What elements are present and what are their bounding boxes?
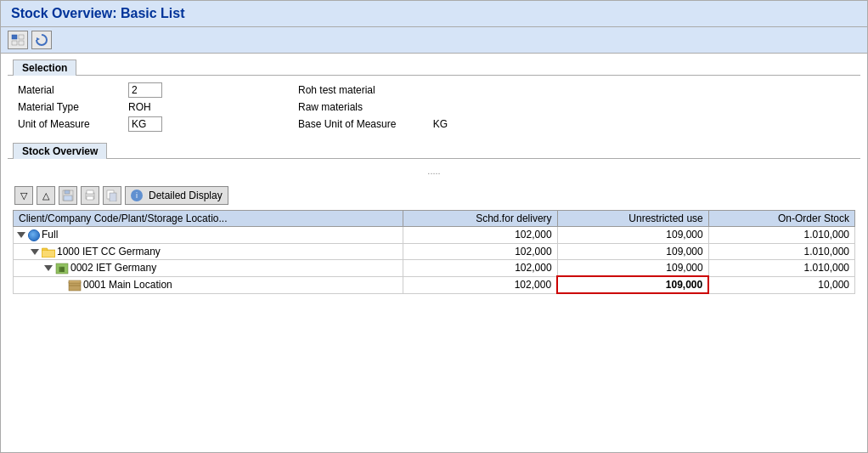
svg-rect-6: [65, 190, 70, 194]
table-header-row: Client/Company Code/Plant/Storage Locati…: [14, 211, 855, 227]
svg-rect-10: [87, 196, 93, 200]
material-value: 2: [125, 81, 295, 99]
stock-overview-tab: Stock Overview: [13, 143, 107, 159]
location-cell-3: 0001 Main Location: [14, 276, 403, 293]
material-row: Material 2 Roh test material: [14, 81, 854, 99]
main-toolbar: [1, 27, 867, 54]
schd-cell-0: 102,000: [403, 227, 557, 244]
detailed-display-button[interactable]: i Detailed Display: [125, 186, 228, 205]
schd-cell-2: 102,000: [403, 259, 557, 276]
detailed-display-icon: i: [131, 190, 143, 201]
col-location-header: Client/Company Code/Plant/Storage Locati…: [14, 211, 403, 227]
title-bar: Stock Overview: Basic List: [1, 1, 867, 27]
col-unrestricted-header: Unrestricted use: [557, 211, 708, 227]
svg-rect-14: [42, 248, 48, 251]
table-toolbar: ▽ △: [13, 183, 855, 208]
location-text: 1000 IET CC Germany: [57, 246, 161, 258]
table-row: 1000 IET CC Germany102,000109,0001.010,0…: [14, 243, 855, 259]
svg-marker-4: [37, 37, 40, 41]
material-type-row: Material Type ROH Raw materials: [14, 99, 854, 115]
selection-content: Material 2 Roh test material Material Ty…: [8, 75, 860, 139]
svg-rect-0: [12, 35, 17, 39]
svg-rect-2: [12, 41, 17, 45]
uom-label: Unit of Measure: [14, 115, 125, 133]
folder-icon: [42, 247, 55, 258]
svg-rect-18: [69, 282, 81, 291]
onorder-cell-3: 10,000: [708, 276, 854, 293]
svg-rect-9: [87, 190, 93, 194]
col-schd-header: Schd.for delivery: [403, 211, 557, 227]
svg-text:▦: ▦: [59, 265, 65, 273]
print2-button[interactable]: [103, 186, 121, 205]
plant-icon: ▦: [55, 263, 69, 275]
expand-icon[interactable]: [44, 265, 53, 271]
material-label: Material: [14, 81, 125, 99]
expand-icon[interactable]: [17, 232, 25, 238]
main-container: Stock Overview: Basic List Selection: [0, 0, 868, 453]
print-button[interactable]: [81, 186, 99, 205]
schd-cell-3: 102,000: [403, 276, 557, 293]
svg-rect-19: [69, 280, 81, 283]
unrestricted-cell-1: 109,000: [557, 243, 708, 259]
location-text: Full: [42, 229, 58, 241]
svg-rect-15: [42, 251, 54, 257]
table-row: ▦0002 IET Germany102,000109,0001.010,000: [14, 259, 855, 276]
globe-icon: [28, 229, 40, 241]
stock-data-table: Client/Company Code/Plant/Storage Locati…: [13, 210, 855, 294]
stock-overview-panel-wrapper: Stock Overview ..... ▽ △: [8, 142, 860, 297]
sort-desc-button[interactable]: ▽: [14, 186, 33, 205]
unrestricted-cell-0: 109,000: [557, 227, 708, 244]
onorder-cell-0: 1.010,000: [708, 227, 854, 244]
selection-tab: Selection: [13, 59, 76, 76]
col-onorder-header: On-Order Stock: [708, 211, 854, 227]
selection-table: Material 2 Roh test material Material Ty…: [14, 81, 854, 133]
base-uom-section: Base Unit of Measure KG: [295, 115, 854, 133]
svg-rect-3: [19, 41, 24, 45]
svg-rect-1: [19, 35, 24, 39]
location-text: 0001 Main Location: [83, 279, 172, 291]
unit-of-measure-row: Unit of Measure KG Base Unit of Measure …: [14, 115, 854, 133]
material-type-desc: Raw materials: [295, 99, 854, 115]
selection-panel-wrapper: Selection Material 2 Roh test material: [8, 59, 860, 139]
location-cell-2: ▦0002 IET Germany: [14, 259, 403, 276]
sort-asc-button[interactable]: △: [37, 186, 55, 205]
schd-cell-1: 102,000: [403, 243, 557, 259]
unrestricted-cell-2: 109,000: [557, 259, 708, 276]
table-settings-button[interactable]: [8, 31, 28, 49]
dots-indicator: .....: [13, 162, 855, 179]
material-type-label: Material Type: [14, 99, 125, 115]
svg-rect-7: [64, 195, 72, 201]
location-cell-0: Full: [14, 227, 403, 244]
location-cell-1: 1000 IET CC Germany: [14, 243, 403, 259]
location-text: 0002 IET Germany: [70, 262, 156, 274]
svg-rect-12: [110, 193, 116, 201]
refresh-button[interactable]: [31, 31, 52, 49]
unrestricted-cell-3: 109,000: [557, 276, 708, 293]
expand-icon[interactable]: [31, 249, 39, 255]
onorder-cell-2: 1.010,000: [708, 259, 854, 276]
material-desc: Roh test material: [295, 81, 854, 99]
table-row: Full102,000109,0001.010,000: [14, 227, 855, 244]
storage-icon: [68, 280, 82, 292]
onorder-cell-1: 1.010,000: [708, 243, 854, 259]
uom-value: KG: [125, 115, 295, 133]
page-title: Stock Overview: Basic List: [11, 6, 857, 21]
save-button[interactable]: [59, 186, 77, 205]
material-type-value: ROH: [125, 99, 295, 115]
stock-overview-content: ..... ▽ △: [8, 158, 860, 297]
table-row: 0001 Main Location102,000109,00010,000: [14, 276, 855, 293]
